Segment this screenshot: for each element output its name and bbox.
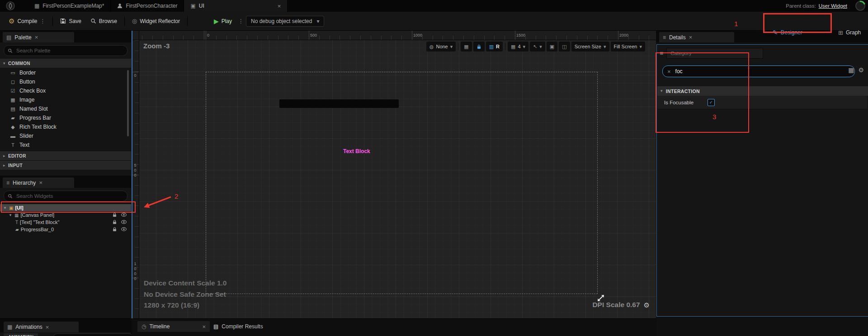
close-icon[interactable]: × [278,3,281,9]
tab-hierarchy[interactable]: ≡ Hierarchy × [3,177,74,188]
browse-button[interactable]: Browse [86,16,121,27]
palette-item-button[interactable]: ◻Button [0,77,131,86]
flip-preview-button[interactable]: ◫ [559,42,570,51]
save-button[interactable]: Save [56,16,85,27]
palette-section-input[interactable]: ▸ INPUT [0,161,131,170]
lock-icon [476,44,481,49]
text-block-widget[interactable]: Text Block [343,148,370,154]
hierarchy-search[interactable] [4,191,127,201]
preview-image-button[interactable]: ▣ [547,42,557,51]
animations-tab-label: Animations [15,324,42,330]
respect-locks-button[interactable]: ▥ R [486,42,503,51]
palette-item-rich-text-block[interactable]: ◆Rich Text Block [0,122,131,131]
tab-first-person-example-map[interactable]: ▦ FirstPersonExampleMap* [28,0,111,12]
lock-widgets-button[interactable] [473,42,485,51]
lock-icon[interactable] [112,219,117,224]
details-search-input[interactable] [675,68,850,75]
widget-reflector-button[interactable]: ◎ Widget Reflector [128,16,184,27]
details-search[interactable]: × [662,65,855,77]
snap-grid-button[interactable]: ▦ [461,42,472,51]
debug-object-dropdown[interactable]: No debug object selected ▾ [246,16,324,27]
chevron-down-icon: ▾ [450,44,453,49]
design-area-outline[interactable] [206,72,598,294]
dpi-settings-gear-icon[interactable]: ⚙ [644,302,650,308]
palette-item-named-slot[interactable]: ▤Named Slot [0,104,131,113]
tab-palette[interactable]: ▤ Palette × [3,32,74,42]
details-content: ≡ × ▦ ⚙ ▾ INTERACTION Is Focusable ✓ [656,44,868,317]
compile-options-icon[interactable]: ⋮ [40,19,45,24]
palette-item-border[interactable]: ▭Border [0,68,131,77]
palette-section-common[interactable]: ▾ COMMON [0,59,131,68]
preview-background-dropdown[interactable]: ◍ None ▾ [426,42,456,51]
screen-size-dropdown[interactable]: Screen Size ▾ [571,42,609,51]
graph-button[interactable]: ⊞ Graph [834,27,865,38]
designer-button[interactable]: ✎ Designer [769,27,807,38]
expander-icon[interactable]: ▾ [3,205,7,210]
hierarchy-row-text-block[interactable]: T [Text] "Text Block" [0,219,131,226]
palette-item-image[interactable]: ▦Image [0,95,131,104]
unreal-widget-blueprint-editor: ▦ FirstPersonExampleMap* FirstPersonChar… [0,0,868,336]
graph-icon: ⊞ [838,30,843,36]
hierarchy-row-canvas-panel[interactable]: ▾ ▦ [Canvas Panel] [0,211,131,219]
grid-snap-value: 4 [518,44,520,49]
expander-icon[interactable]: ▾ [8,213,13,217]
parent-class-link[interactable]: User Widget [819,3,847,9]
cursor-mode-dropdown[interactable]: ↖ ▾ [530,42,545,51]
tab-compiler-results[interactable]: ▤ Compiler Results [209,321,267,332]
progress-bar-widget[interactable] [279,99,399,108]
tab-animations[interactable]: ▦ Animations × [4,322,79,332]
is-focusable-checkbox[interactable]: ✓ [708,99,715,106]
designer-canvas[interactable]: 0 500 1000 1500 2000 0 500 1000 Zoom -3 … [132,30,656,318]
compile-button[interactable]: ⚙ Compile ⋮ [5,15,49,27]
section-interaction[interactable]: ▾ INTERACTION [657,86,868,96]
visibility-eye-icon[interactable] [121,213,127,217]
grid-snap-dropdown[interactable]: ▦ 4 ▾ [508,42,528,51]
lock-icon[interactable] [112,227,117,232]
palette-search-input[interactable] [15,47,123,54]
panel-splitter-highlight[interactable] [132,30,132,318]
play-options-button[interactable]: ⋮ [237,16,245,26]
play-button[interactable]: ▶ Play [210,16,236,27]
unreal-logo-icon[interactable] [5,1,16,11]
fill-screen-dropdown[interactable]: Fill Screen ▾ [611,42,646,51]
lock-icon[interactable] [112,212,117,217]
animations-search[interactable] [53,333,133,336]
hierarchy-search-input[interactable] [15,193,123,199]
palette-item-slider[interactable]: ▬Slider [0,131,131,140]
tab-first-person-character[interactable]: FirstPersonCharacter [111,0,184,12]
settings-gear-icon[interactable]: ⚙ [858,67,864,73]
close-icon[interactable]: × [39,180,42,186]
property-row-is-focusable: Is Focusable ✓ [657,96,867,109]
palette-scrollbar[interactable] [127,70,129,136]
palette-item-text[interactable]: TText [0,140,131,149]
clear-search-icon[interactable]: × [667,69,671,75]
visibility-eye-icon[interactable] [121,220,127,224]
palette-item-progress-bar[interactable]: ▰Progress Bar [0,113,131,122]
tab-ui[interactable]: ▣ UI × [184,0,288,12]
palette-section-editor[interactable]: ▸ EDITOR [0,151,131,161]
visibility-eye-icon[interactable] [121,227,127,231]
search-icon [8,194,13,199]
tab-timeline[interactable]: ◷ Timeline × [137,321,210,332]
tab-details[interactable]: ≡ Details × [659,32,734,42]
animation-section-button[interactable]: ANIMATION [4,333,38,336]
palette-item-check-box[interactable]: ☑Check Box [0,86,131,95]
category-filter-input[interactable] [666,48,763,59]
section-label: EDITOR [8,154,26,159]
ruler-tick-label: 500 [133,163,137,178]
palette-search[interactable] [4,45,127,56]
bottom-tab-strip: ◷ Timeline × ▤ Compiler Results [132,318,656,336]
hierarchy-row-ui[interactable]: ▾ ▣ [UI] [0,204,131,211]
hierarchy-row-progressbar[interactable]: ▰ ProgressBar_0 [0,226,131,233]
palette-item-label: Progress Bar [19,115,51,121]
close-icon[interactable]: × [202,324,206,330]
status-circle-icon[interactable] [854,0,866,12]
close-icon[interactable]: × [35,34,38,40]
close-icon[interactable]: × [46,324,49,330]
animations-icon: ▦ [7,324,12,330]
palette-item-label: Slider [19,133,33,139]
display-filter-icon[interactable]: ▦ [848,67,854,73]
property-matrix-icon[interactable]: ≡ [660,50,663,56]
close-icon[interactable]: × [689,34,693,40]
resize-cursor-icon [596,294,605,303]
